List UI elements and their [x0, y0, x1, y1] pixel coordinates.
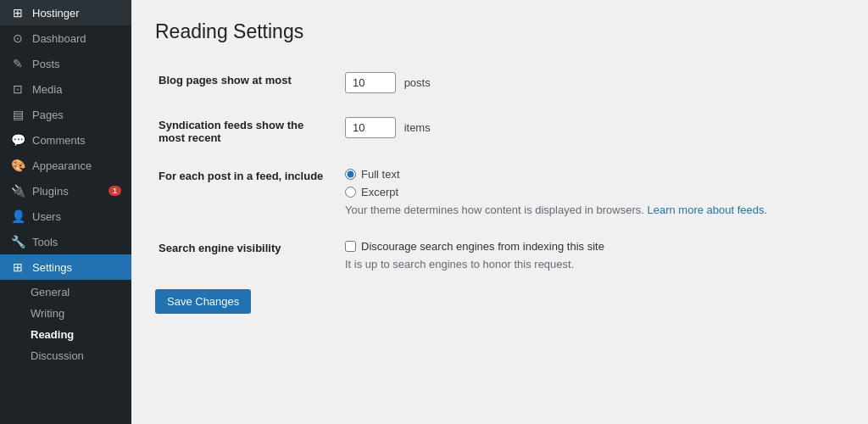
- hostinger-icon: ⊞: [10, 6, 25, 20]
- pages-icon: ▤: [10, 108, 25, 121]
- comments-icon: 💬: [10, 133, 25, 147]
- submenu-writing[interactable]: Writing: [0, 303, 131, 324]
- sidebar: ⊞ Hostinger ⊙ Dashboard ✎ Posts ⊡ Media …: [0, 0, 131, 424]
- blog-pages-suffix: posts: [404, 76, 431, 89]
- sidebar-item-label: Tools: [32, 236, 58, 248]
- blog-pages-input[interactable]: [345, 72, 396, 93]
- search-visibility-row: Search engine visibility Discourage sear…: [155, 228, 844, 282]
- plugins-badge: 1: [108, 186, 121, 196]
- media-icon: ⊡: [10, 82, 25, 96]
- feed-full-text-radio[interactable]: [345, 169, 356, 180]
- feed-excerpt-option[interactable]: Excerpt: [345, 186, 841, 198]
- sidebar-item-users[interactable]: 👤 Users: [0, 204, 131, 229]
- sidebar-item-pages[interactable]: ▤ Pages: [0, 102, 131, 127]
- syndication-label: Syndication feeds show the most recent: [155, 105, 342, 156]
- sidebar-brand[interactable]: ⊞ Hostinger: [0, 0, 131, 25]
- sidebar-item-label: Media: [32, 83, 62, 96]
- search-discourage-option[interactable]: Discourage search engines from indexing …: [345, 240, 841, 253]
- sidebar-item-label: Pages: [32, 109, 64, 121]
- settings-icon: ⊞: [10, 260, 25, 274]
- sidebar-item-plugins[interactable]: 🔌 Plugins 1: [0, 178, 131, 204]
- blog-pages-row: Blog pages show at most posts: [155, 60, 844, 105]
- feed-full-text-option[interactable]: Full text: [345, 168, 841, 181]
- feed-excerpt-label: Excerpt: [361, 186, 398, 198]
- search-visibility-options: Discourage search engines from indexing …: [342, 228, 844, 282]
- sidebar-item-label: Posts: [32, 58, 60, 70]
- search-note: It is up to search engines to honor this…: [345, 258, 841, 271]
- feed-include-row: For each post in a feed, include Full te…: [155, 156, 844, 228]
- sidebar-item-appearance[interactable]: 🎨 Appearance: [0, 153, 131, 178]
- users-icon: 👤: [10, 209, 25, 223]
- sidebar-item-label: Users: [32, 210, 61, 223]
- main-content: Reading Settings Blog pages show at most…: [131, 0, 868, 424]
- submenu-general[interactable]: General: [0, 282, 131, 303]
- syndication-input[interactable]: [345, 117, 396, 138]
- feed-excerpt-radio[interactable]: [345, 187, 356, 198]
- feed-learn-more-link[interactable]: Learn more about feeds: [648, 204, 765, 216]
- feed-include-label: For each post in a feed, include: [155, 156, 342, 228]
- sidebar-item-posts[interactable]: ✎ Posts: [0, 51, 131, 76]
- sidebar-item-tools[interactable]: 🔧 Tools: [0, 229, 131, 254]
- feed-full-text-label: Full text: [361, 168, 400, 181]
- posts-icon: ✎: [10, 57, 25, 70]
- syndication-suffix: items: [404, 121, 431, 134]
- settings-form-table: Blog pages show at most posts Syndicatio…: [155, 60, 844, 282]
- sidebar-item-label: Plugins: [32, 185, 69, 198]
- sidebar-item-label: Dashboard: [32, 32, 86, 45]
- search-discourage-checkbox[interactable]: [345, 241, 356, 252]
- sidebar-brand-label: Hostinger: [32, 7, 80, 20]
- settings-submenu: General Writing Reading Discussion: [0, 280, 131, 368]
- tools-icon: 🔧: [10, 235, 25, 248]
- sidebar-item-dashboard[interactable]: ⊙ Dashboard: [0, 25, 131, 51]
- save-changes-button[interactable]: Save Changes: [155, 289, 251, 314]
- sidebar-item-label: Settings: [32, 261, 72, 274]
- sidebar-item-label: Comments: [32, 134, 86, 147]
- feed-include-options: Full text Excerpt Your theme determines …: [342, 156, 844, 228]
- page-title: Reading Settings: [155, 20, 844, 43]
- sidebar-item-media[interactable]: ⊡ Media: [0, 76, 131, 102]
- syndication-value-cell: items: [342, 105, 844, 156]
- appearance-icon: 🎨: [10, 159, 25, 172]
- plugins-icon: 🔌: [10, 184, 25, 198]
- blog-pages-label: Blog pages show at most: [155, 60, 342, 105]
- sidebar-item-label: Appearance: [32, 159, 92, 172]
- syndication-row: Syndication feeds show the most recent i…: [155, 105, 844, 156]
- dashboard-icon: ⊙: [10, 31, 25, 45]
- sidebar-item-settings[interactable]: ⊞ Settings: [0, 254, 131, 280]
- feed-radio-group: Full text Excerpt: [345, 168, 841, 198]
- sidebar-item-comments[interactable]: 💬 Comments: [0, 127, 131, 153]
- search-discourage-label: Discourage search engines from indexing …: [361, 240, 604, 253]
- blog-pages-value-cell: posts: [342, 60, 844, 105]
- submenu-reading[interactable]: Reading: [0, 324, 131, 345]
- submenu-discussion[interactable]: Discussion: [0, 345, 131, 366]
- search-visibility-label: Search engine visibility: [155, 228, 342, 282]
- feed-description: Your theme determines how content is dis…: [345, 204, 841, 216]
